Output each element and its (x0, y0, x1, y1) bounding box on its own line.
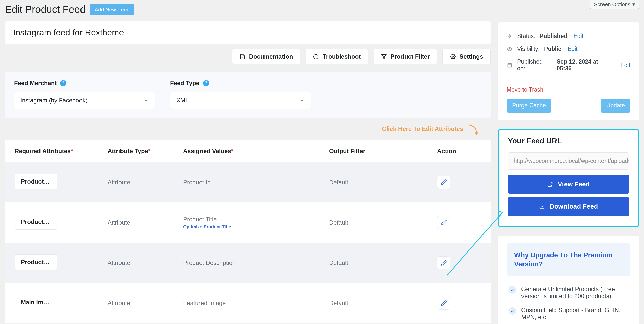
documentation-label: Documentation (249, 53, 293, 60)
help-icon[interactable]: ? (203, 80, 209, 86)
chevron-down-icon (300, 98, 305, 103)
troubleshoot-label: Troubleshoot (323, 53, 361, 60)
merchant-card: Feed Merchant ? Instagram (by Facebook) … (5, 72, 491, 118)
upgrade-title: Why Upgrade To The Premium Version? (514, 250, 623, 269)
gear-icon (450, 54, 456, 60)
svg-line-4 (447, 213, 502, 276)
feed-url-input[interactable]: http://woocommerce.local/wp-content/uplo… (508, 152, 629, 170)
eye-icon (507, 47, 513, 52)
feed-type-value: XML (176, 97, 189, 104)
upgrade-box: Why Upgrade To The Premium Version? Gene… (498, 236, 639, 324)
attribute-tag: Product Desc… (15, 254, 57, 270)
status-label: Status: (517, 33, 535, 40)
feed-type-select[interactable]: XML (170, 92, 311, 109)
edit-row-button[interactable] (437, 297, 450, 310)
download-feed-label: Download Feed (550, 203, 598, 210)
list-item: Custom Field Support - Brand, GTIN, MPN,… (507, 303, 630, 324)
th-output: Output Filter (329, 148, 437, 155)
chevron-down-icon (144, 98, 149, 103)
external-link-icon (547, 182, 553, 187)
feed-url-box: Your Feed URL http://woocommerce.local/w… (498, 129, 639, 227)
help-icon[interactable]: ? (60, 80, 66, 86)
troubleshoot-button[interactable]: Troubleshoot (306, 49, 368, 64)
output-filter: Default (329, 259, 437, 266)
table-row: Product Title … Attribute Product Title … (5, 202, 491, 243)
screen-options-label: Screen Options (594, 1, 630, 7)
visibility-value: Public (544, 46, 561, 52)
product-filter-button[interactable]: Product Filter (374, 49, 437, 64)
edit-visibility-link[interactable]: Edit (568, 46, 578, 52)
screen-options-button[interactable]: Screen Options ▾ (590, 0, 639, 9)
assigned-value: Product Id (183, 179, 329, 186)
output-filter: Default (329, 179, 437, 186)
svg-point-1 (452, 56, 454, 57)
edit-row-button[interactable] (437, 176, 450, 189)
annotation-arrow-icon (447, 210, 504, 276)
filter-icon (381, 54, 387, 60)
feed-merchant-value: Instagram (by Facebook) (20, 97, 88, 104)
view-feed-button[interactable]: View Feed (508, 175, 629, 194)
feed-type-label: Feed Type (170, 80, 199, 87)
document-icon (239, 54, 246, 60)
assigned-value: Featured Image (183, 300, 329, 307)
published-value: Sep 12, 2024 at 05:36 (557, 58, 614, 72)
attribute-type: Attribute (108, 179, 183, 186)
attribute-type: Attribute (108, 300, 183, 307)
settings-button[interactable]: Settings (442, 49, 491, 64)
add-new-feed-button[interactable]: Add New Feed (90, 4, 134, 15)
pin-icon (507, 34, 513, 39)
assigned-value: Product Title (183, 216, 217, 223)
divider (507, 80, 630, 80)
curved-arrow-icon (467, 124, 479, 136)
feed-url-title: Your Feed URL (508, 137, 629, 145)
feed-title-input[interactable] (13, 28, 482, 38)
table-row: Product Id [id] Attribute Product Id Def… (5, 162, 491, 202)
feed-merchant-label: Feed Merchant (14, 80, 57, 87)
assigned-value: Product Description (183, 259, 329, 266)
attribute-type: Attribute (108, 219, 183, 226)
edit-attributes-label: Click Here To Edit Attributes (382, 125, 463, 132)
page-title: Edit Product Feed (5, 4, 86, 15)
documentation-button[interactable]: Documentation (232, 49, 300, 64)
feed-title-card (5, 21, 491, 44)
output-filter: Default (329, 300, 437, 307)
publish-box: Status: Published Edit Visibility: Publi… (498, 22, 639, 120)
list-item: Generate Unlimited Products (Free versio… (507, 282, 630, 303)
th-type: Attribute Type (108, 148, 148, 154)
benefit-text: Generate Unlimited Products (Free versio… (521, 285, 628, 300)
edit-published-link[interactable]: Edit (620, 62, 630, 69)
svg-rect-3 (508, 63, 511, 67)
move-to-trash-link[interactable]: Move to Trash (507, 86, 543, 93)
attributes-table: Required Attributes* Attribute Type* Ass… (5, 140, 491, 323)
settings-label: Settings (459, 53, 483, 60)
view-feed-label: View Feed (558, 180, 590, 188)
required-star: * (71, 148, 73, 154)
edit-attributes-link[interactable]: Click Here To Edit Attributes (382, 125, 465, 132)
check-icon (509, 307, 516, 315)
edit-status-link[interactable]: Edit (574, 33, 584, 40)
svg-point-2 (509, 48, 510, 50)
chevron-down-icon: ▾ (632, 1, 635, 7)
required-star: * (148, 148, 150, 154)
th-assigned: Assigned Values (183, 148, 231, 154)
download-feed-button[interactable]: Download Feed (508, 197, 629, 216)
update-button[interactable]: Update (601, 99, 630, 113)
purge-cache-button[interactable]: Purge Cache (507, 99, 551, 113)
feed-merchant-select[interactable]: Instagram (by Facebook) (14, 92, 155, 109)
visibility-label: Visibility: (517, 46, 540, 52)
alert-icon (313, 54, 319, 60)
download-icon (539, 204, 545, 209)
calendar-icon (507, 63, 513, 68)
required-star: * (231, 148, 233, 154)
table-row: Product Desc… Attribute Product Descript… (5, 243, 491, 283)
benefit-text: Custom Field Support - Brand, GTIN, MPN,… (521, 307, 628, 321)
optimize-product-title-link[interactable]: Optimize Product Title (183, 224, 329, 230)
check-icon (509, 286, 516, 294)
published-label: Published on: (517, 58, 552, 72)
th-action: Action (437, 148, 493, 155)
th-required: Required Attributes (15, 148, 71, 154)
table-row: Main Image [… Attribute Featured Image D… (5, 283, 491, 323)
output-filter: Default (329, 219, 437, 226)
status-value: Published (540, 33, 568, 40)
attribute-type: Attribute (108, 259, 183, 266)
